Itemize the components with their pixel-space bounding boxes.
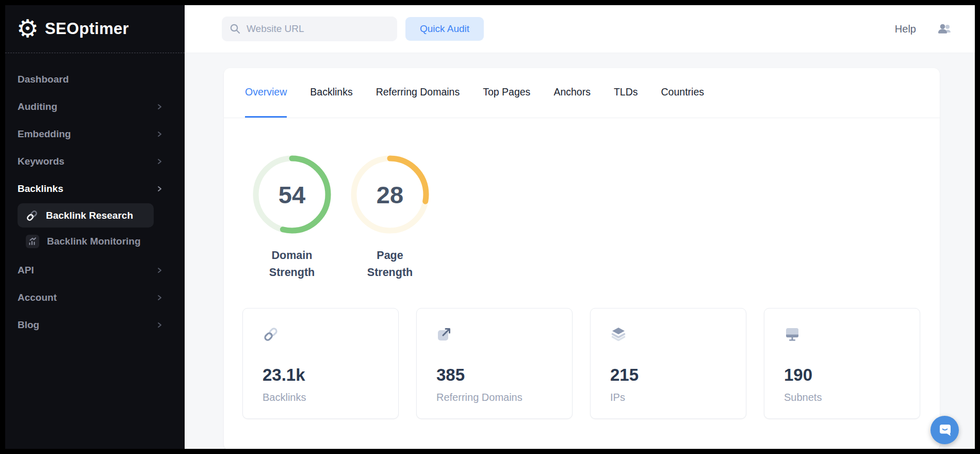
backlinks-submenu: Backlink Research Backlink Monitoring xyxy=(18,203,154,253)
sidebar-item-label: Blog xyxy=(18,319,39,331)
stat-label: Subnets xyxy=(784,392,909,403)
sidebar-item-dashboard[interactable]: Dashboard xyxy=(18,66,166,93)
external-link-icon xyxy=(436,326,453,343)
chevron-right-icon xyxy=(156,103,163,110)
sidebar-item-label: Keywords xyxy=(18,156,64,167)
gauge-ring: 54 xyxy=(251,153,333,236)
sidebar-item-backlinks[interactable]: Backlinks xyxy=(18,175,166,202)
sidebar-item-blog[interactable]: Blog xyxy=(18,311,166,338)
sidebar-item-label: Embedding xyxy=(18,128,71,140)
stat-card-backlinks: 23.1k Backlinks xyxy=(242,308,399,419)
chevron-right-icon xyxy=(156,185,163,192)
help-link[interactable]: Help xyxy=(895,23,916,35)
domain-strength-label: Domain Strength xyxy=(258,247,325,281)
sidebar-item-label: Account xyxy=(18,292,57,303)
backlink-overview-card: Overview Backlinks Referring Domains Top… xyxy=(224,68,940,450)
stat-value: 385 xyxy=(436,365,562,385)
stat-card-ips: 215 IPs xyxy=(590,308,746,419)
gauge-ring: 28 xyxy=(349,153,431,236)
page-strength-label: Page Strength xyxy=(356,247,423,281)
sidebar-subitem-label: Backlink Research xyxy=(46,210,133,221)
tab-countries[interactable]: Countries xyxy=(661,68,704,118)
page-strength-value: 28 xyxy=(349,153,431,236)
sidebar-item-api[interactable]: API xyxy=(18,256,166,284)
stat-value: 215 xyxy=(610,365,736,385)
strength-gauges: 54 Domain Strength 28 Page Strength xyxy=(224,118,940,281)
sidebar-item-label: Backlinks xyxy=(18,183,63,194)
chat-widget-button[interactable] xyxy=(930,416,959,444)
tab-anchors[interactable]: Anchors xyxy=(553,68,591,118)
sidebar-item-keywords[interactable]: Keywords xyxy=(18,148,166,175)
stat-label: Referring Domains xyxy=(436,392,562,403)
link-icon xyxy=(26,209,38,222)
stat-value: 190 xyxy=(784,365,909,385)
sidebar-item-label: Auditing xyxy=(18,101,57,112)
stat-card-referring-domains: 385 Referring Domains xyxy=(416,308,573,419)
chevron-right-icon xyxy=(156,131,163,138)
chat-bubble-icon xyxy=(937,423,953,438)
app-window: ⚙ SEOptimer Dashboard Auditing Embedding… xyxy=(0,0,980,454)
tab-bar: Overview Backlinks Referring Domains Top… xyxy=(224,68,940,118)
link-icon xyxy=(263,326,279,343)
chevron-right-icon xyxy=(156,294,163,301)
main-area: Quick Audit Help Overview Backlinks Refe… xyxy=(185,5,975,449)
page-strength-gauge: 28 Page Strength xyxy=(349,153,431,281)
bar-chart-icon xyxy=(26,235,39,248)
stat-card-subnets: 190 Subnets xyxy=(764,308,920,419)
sidebar-item-embedding[interactable]: Embedding xyxy=(18,120,166,148)
layers-icon xyxy=(610,326,627,343)
user-account-icon[interactable] xyxy=(937,22,952,36)
tab-overview[interactable]: Overview xyxy=(245,68,287,118)
search-icon xyxy=(229,23,241,35)
gear-logo-icon: ⚙ xyxy=(17,17,39,41)
tab-top-pages[interactable]: Top Pages xyxy=(483,68,530,118)
sidebar-item-account[interactable]: Account xyxy=(18,284,166,311)
content-area: Overview Backlinks Referring Domains Top… xyxy=(185,53,975,454)
sidebar-item-label: Dashboard xyxy=(18,74,69,85)
chevron-right-icon xyxy=(156,158,163,165)
brand-name: SEOptimer xyxy=(45,20,129,38)
stat-value: 23.1k xyxy=(263,365,388,385)
sidebar-item-auditing[interactable]: Auditing xyxy=(18,93,166,120)
logo[interactable]: ⚙ SEOptimer xyxy=(5,5,185,53)
monitor-icon xyxy=(784,326,801,343)
chevron-right-icon xyxy=(156,267,163,274)
stat-label: Backlinks xyxy=(263,392,388,403)
sidebar-nav: Dashboard Auditing Embedding Keywords Ba… xyxy=(5,53,185,338)
tab-referring-domains[interactable]: Referring Domains xyxy=(376,68,460,118)
tab-tlds[interactable]: TLDs xyxy=(614,68,638,118)
chevron-right-icon xyxy=(156,321,163,329)
quick-audit-button[interactable]: Quick Audit xyxy=(405,17,484,41)
tab-backlinks[interactable]: Backlinks xyxy=(310,68,352,118)
search-input[interactable] xyxy=(247,23,390,35)
stat-cards: 23.1k Backlinks 385 Referring Domains xyxy=(224,281,940,419)
domain-strength-value: 54 xyxy=(251,153,333,236)
website-url-search[interactable] xyxy=(222,17,397,41)
sidebar-subitem-backlink-monitoring[interactable]: Backlink Monitoring xyxy=(18,229,154,253)
sidebar: ⚙ SEOptimer Dashboard Auditing Embedding… xyxy=(5,5,185,449)
sidebar-item-label: API xyxy=(18,265,34,276)
sidebar-subitem-backlink-research[interactable]: Backlink Research xyxy=(18,203,154,228)
stat-label: IPs xyxy=(610,392,736,403)
topbar: Quick Audit Help xyxy=(185,5,975,53)
sidebar-subitem-label: Backlink Monitoring xyxy=(47,236,141,247)
domain-strength-gauge: 54 Domain Strength xyxy=(251,153,333,281)
